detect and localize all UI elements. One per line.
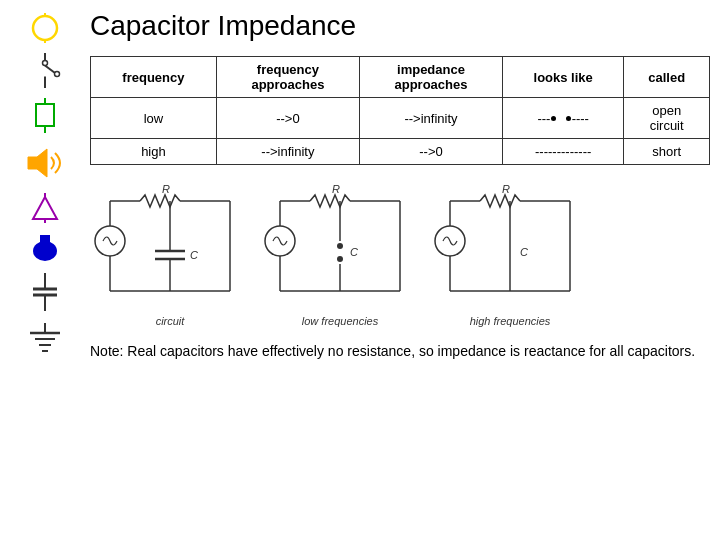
table-row-high: high -->infinity -->0 ------------- shor… (91, 139, 710, 165)
page-title: Capacitor Impedance (90, 10, 710, 42)
circuit-diagram-basic: R C (90, 181, 250, 327)
capacitor-symbol (28, 273, 63, 313)
note-text: Note: Real capacitors have effectively n… (90, 341, 710, 362)
svg-marker-12 (33, 197, 57, 219)
speaker-symbol (23, 143, 68, 183)
short-circuit-symbol: ------------- (535, 144, 591, 159)
col-header-imp-approaches: impedanceapproaches (359, 57, 502, 98)
switch-symbol (25, 53, 65, 88)
svg-line-5 (45, 66, 55, 74)
diagram-label-high: high frequencies (470, 315, 551, 327)
cell-freq-high: high (91, 139, 217, 165)
svg-marker-11 (28, 149, 47, 177)
svg-text:R: R (502, 183, 510, 195)
diagram-label-low: low frequencies (302, 315, 378, 327)
circuit-diagram-low: R C (260, 181, 420, 327)
col-header-freq-approaches: frequencyapproaches (216, 57, 359, 98)
circuit-svg-low: R C (260, 181, 420, 311)
cell-looks-like-high: ------------- (503, 139, 624, 165)
cell-called-high: short (624, 139, 710, 165)
svg-point-50 (337, 243, 343, 249)
led-symbol (30, 233, 60, 263)
green-resistor-symbol (30, 98, 60, 133)
circuit-svg-high: R C (430, 181, 590, 311)
svg-rect-17 (40, 235, 50, 245)
diagrams-row: R C (90, 181, 710, 327)
open-circuit-symbol: --- ---- (511, 111, 615, 126)
diagram-label-circuit: circuit (156, 315, 185, 327)
diode-symbol (28, 193, 63, 223)
circuit-svg-basic: R C (90, 181, 250, 311)
table-row-low: low -->0 -->infinity --- ---- opencircui… (91, 98, 710, 139)
cell-freq-low: low (91, 98, 217, 139)
cell-called-low: opencircuit (624, 98, 710, 139)
cell-imp-approaches-low: -->infinity (359, 98, 502, 139)
svg-text:R: R (332, 183, 340, 195)
svg-point-0 (33, 16, 57, 40)
svg-text:C: C (350, 246, 358, 258)
cell-freq-approaches-high: -->infinity (216, 139, 359, 165)
sidebar (0, 0, 90, 540)
svg-text:R: R (162, 183, 170, 195)
circuit-diagram-high: R C high frequencies (430, 181, 590, 327)
cell-freq-approaches-low: -->0 (216, 98, 359, 139)
svg-point-4 (43, 61, 48, 66)
col-header-looks-like: looks like (503, 57, 624, 98)
svg-point-6 (55, 72, 60, 77)
cell-imp-approaches-high: -->0 (359, 139, 502, 165)
col-header-called: called (624, 57, 710, 98)
svg-text:C: C (520, 246, 528, 258)
impedance-table: frequency frequencyapproaches impedancea… (90, 56, 710, 165)
col-header-frequency: frequency (91, 57, 217, 98)
svg-point-51 (337, 256, 343, 262)
main-content: Capacitor Impedance frequency frequencya… (90, 10, 710, 530)
svg-text:C: C (190, 249, 198, 261)
inductor-symbol (25, 13, 65, 43)
svg-rect-9 (36, 104, 54, 126)
cell-looks-like-low: --- ---- (503, 98, 624, 139)
ground-symbol (25, 323, 65, 358)
